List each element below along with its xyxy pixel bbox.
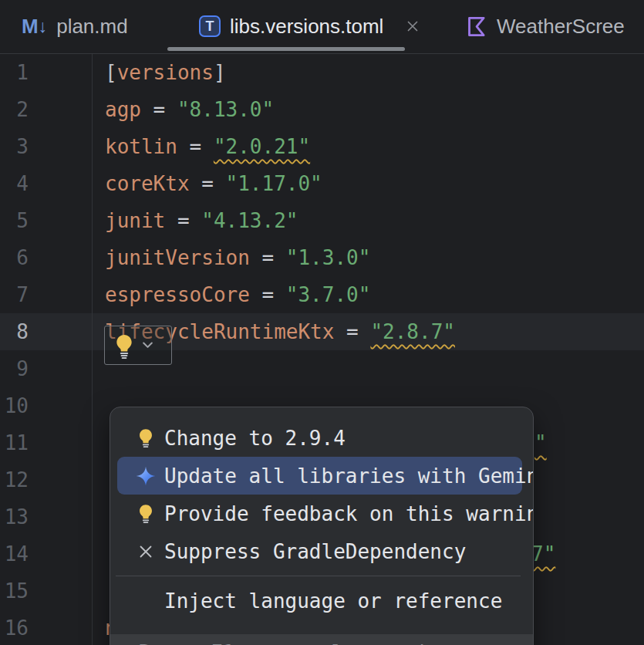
code-line-5[interactable]: 5junit = "4.13.2" [0, 202, 644, 239]
line-number: 11 [0, 424, 29, 461]
code-token: = [141, 98, 177, 121]
menu-separator [116, 576, 521, 576]
line-code: espressoCore = "3.7.0" [29, 276, 370, 313]
code-token: = [190, 172, 226, 195]
line-number: 16 [0, 610, 29, 645]
line-number: 5 [0, 202, 29, 239]
code-token: "4.13.2" [201, 209, 298, 232]
code-token: "1.17.0" [226, 172, 322, 195]
suppress-icon [135, 540, 157, 563]
menu-item-label: Provide feedback on this warning [164, 502, 534, 525]
code-token: "2.0.21" [214, 135, 310, 158]
line-number: 8 [0, 313, 29, 350]
code-token: agp [105, 98, 141, 121]
code-fragment: " [534, 424, 547, 461]
gutter-separator [92, 54, 93, 645]
toml-file-icon: T [199, 15, 221, 37]
code-fragment: 7" [531, 535, 555, 572]
line-number: 1 [0, 54, 29, 91]
kotlin-file-icon [467, 15, 487, 38]
line-number: 2 [0, 91, 29, 128]
line-code: [versions] [29, 54, 226, 91]
editor-tab-bar: M↓ plan.md T libs.versions.toml WeatherS… [0, 0, 644, 54]
line-number: 15 [0, 572, 29, 610]
menu-item-label: Update all libraries with Gemini [164, 464, 534, 488]
line-number: 9 [0, 350, 29, 387]
code-token: "2.8.7" [370, 320, 455, 343]
code-token: = [250, 246, 286, 269]
tab-weatherscreen[interactable]: WeatherScree [467, 0, 625, 52]
bulb-icon [135, 502, 157, 525]
line-number: 14 [0, 535, 29, 572]
menu-item-label: Change to 2.9.4 [164, 427, 346, 450]
tab-plan-md[interactable]: M↓ plan.md [22, 0, 128, 52]
close-tab-icon[interactable] [404, 18, 421, 35]
ide-window: M↓ plan.md T libs.versions.toml WeatherS… [0, 0, 644, 645]
line-number: 12 [0, 461, 29, 498]
line-number: 13 [0, 498, 29, 535]
menu-item-inject-language-or-reference[interactable]: Inject language or reference [117, 582, 522, 620]
menu-item-label: Inject language or reference [164, 589, 502, 613]
code-token: "3.7.0" [286, 283, 371, 306]
line-code: junitVersion = "1.3.0" [29, 239, 370, 276]
menu-item-change-to-2-9-4[interactable]: Change to 2.9.4 [117, 419, 522, 457]
code-line-7[interactable]: 7espressoCore = "3.7.0" [0, 276, 644, 313]
menu-item-update-all-libraries-with-gemini[interactable]: Update all libraries with Gemini [117, 457, 522, 495]
code-token: [ [105, 61, 117, 84]
tab-label: plan.md [56, 15, 128, 39]
line-number: 3 [0, 128, 29, 165]
intention-bulb-widget[interactable] [104, 326, 172, 365]
intention-actions-popup: Change to 2.9.4Update all libraries with… [110, 407, 534, 645]
line-number: 6 [0, 239, 29, 276]
chevron-down-icon [140, 338, 155, 353]
line-number: 10 [0, 387, 29, 424]
code-line-8[interactable]: 8lifecycleRuntimeKtx = "2.8.7" [0, 313, 644, 350]
bulb-icon [135, 427, 157, 450]
line-code: agp = "8.13.0" [29, 91, 274, 128]
line-code: coreKtx = "1.17.0" [29, 165, 322, 202]
code-line-3[interactable]: 3kotlin = "2.0.21" [0, 128, 644, 165]
tab-label: WeatherScree [497, 15, 625, 39]
code-line-4[interactable]: 4coreKtx = "1.17.0" [0, 165, 644, 202]
code-token: = [334, 320, 370, 343]
code-token: junitVersion [105, 246, 250, 269]
code-token: espressoCore [105, 283, 250, 306]
menu-item-provide-feedback-on-this-warning[interactable]: Provide feedback on this warning [117, 495, 522, 532]
code-editor[interactable]: 1[versions]2agp = "8.13.0"3kotlin = "2.0… [0, 54, 644, 645]
menu-item-label: Suppress GradleDependency [164, 540, 466, 563]
markdown-file-icon: M↓ [22, 15, 47, 39]
tab-label: libs.versions.toml [230, 15, 383, 39]
gemini-icon [135, 464, 157, 488]
line-code: junit = "4.13.2" [29, 202, 298, 239]
menu-item-suppress-gradledependency[interactable]: Suppress GradleDependency [117, 532, 522, 570]
code-line-9[interactable]: 9 [0, 350, 644, 387]
code-line-1[interactable]: 1[versions] [0, 54, 644, 91]
bulb-icon [112, 333, 137, 359]
line-number: 7 [0, 276, 29, 313]
code-token: ] [214, 61, 226, 84]
footer-hint-text: Press F1 to toggle preview [138, 641, 452, 645]
code-token: coreKtx [105, 172, 190, 195]
intention-menu: Change to 2.9.4Update all libraries with… [110, 407, 533, 620]
code-token: kotlin [105, 135, 177, 158]
active-tab-underline [167, 47, 405, 51]
code-line-6[interactable]: 6junitVersion = "1.3.0" [0, 239, 644, 276]
empty-icon [135, 589, 157, 613]
code-token: = [250, 283, 286, 306]
code-token: versions [117, 61, 214, 84]
code-token: = [177, 135, 214, 158]
code-token: "1.3.0" [286, 246, 371, 269]
tab-libs-versions-toml[interactable]: T libs.versions.toml [199, 0, 421, 52]
line-code: kotlin = "2.0.21" [29, 128, 310, 165]
line-number: 4 [0, 165, 29, 202]
popup-footer-hint: Press F1 to toggle preview [110, 634, 533, 645]
code-token: "8.13.0" [177, 98, 274, 121]
code-token: = [165, 209, 201, 232]
code-token: junit [105, 209, 165, 232]
code-line-2[interactable]: 2agp = "8.13.0" [0, 91, 644, 128]
